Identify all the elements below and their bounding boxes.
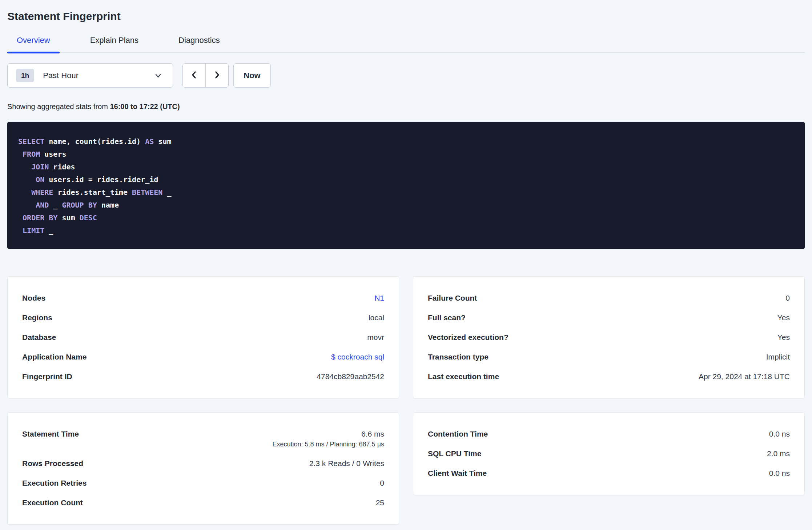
attributes-row-failure-count: Failure Count 0 (428, 294, 790, 302)
stats-cards-grid: Nodes N1 Regions local Database movr App… (7, 276, 805, 525)
fingerprint-id-label: Fingerprint ID (22, 373, 72, 381)
tab-diagnostics-label: Diagnostics (178, 36, 220, 45)
sql-statement: SELECT name, count(rides.id) AS sum FROM… (7, 122, 805, 249)
timing-row-client-wait: Client Wait Time 0.0 ns (428, 469, 790, 477)
timing-row-sql-cpu: SQL CPU Time 2.0 ms (428, 450, 790, 458)
execution-attributes-card: Failure Count 0 Full scan? Yes Vectorize… (413, 276, 805, 398)
database-label: Database (22, 333, 56, 341)
stats-row-statement-time: Statement Time 6.6 ms Execution: 5.8 ms … (22, 430, 384, 448)
time-range-badge: 1h (16, 69, 34, 82)
chevron-down-icon (154, 72, 162, 79)
full-scan-label: Full scan? (428, 314, 466, 322)
failure-count-label: Failure Count (428, 294, 477, 302)
statement-time-value: 6.6 ms (272, 430, 384, 438)
time-range-picker[interactable]: 1h Past Hour (7, 63, 173, 88)
fingerprint-id-value: 4784cb829aab2542 (317, 373, 384, 381)
regions-label: Regions (22, 314, 52, 322)
statement-time-breakdown: Execution: 5.8 ms / Planning: 687.5 µs (272, 441, 384, 448)
transaction-type-label: Transaction type (428, 353, 489, 361)
tab-explain-plans[interactable]: Explain Plans (81, 36, 148, 52)
sql-cpu-time-value: 2.0 ms (767, 450, 790, 458)
execution-retries-value: 0 (380, 479, 384, 487)
statement-fingerprint-page: Statement Fingerprint Overview Explain P… (0, 0, 812, 530)
last-execution-time-value: Apr 29, 2024 at 17:18 UTC (699, 373, 790, 381)
attributes-row-transaction-type: Transaction type Implicit (428, 353, 790, 361)
rows-processed-value: 2.3 k Reads / 0 Writes (309, 459, 384, 467)
attributes-row-last-execution: Last execution time Apr 29, 2024 at 17:1… (428, 373, 790, 381)
previous-time-button[interactable] (183, 64, 205, 87)
contention-time-value: 0.0 ns (769, 430, 790, 438)
transaction-type-value: Implicit (766, 353, 790, 361)
tab-diagnostics[interactable]: Diagnostics (169, 36, 229, 52)
execution-retries-label: Execution Retries (22, 479, 87, 487)
attributes-row-vectorized: Vectorized execution? Yes (428, 333, 790, 341)
details-row-nodes: Nodes N1 (22, 294, 384, 302)
time-controls: 1h Past Hour (7, 63, 805, 88)
details-row-application-name: Application Name $ cockroach sql (22, 353, 384, 361)
database-value: movr (367, 333, 384, 341)
client-wait-time-label: Client Wait Time (428, 469, 487, 477)
tab-overview[interactable]: Overview (7, 36, 60, 52)
aggregated-stats-prefix: Showing aggregated stats from (7, 103, 110, 111)
timing-row-contention: Contention Time 0.0 ns (428, 430, 790, 438)
vectorized-execution-label: Vectorized execution? (428, 333, 508, 341)
statement-details-card: Nodes N1 Regions local Database movr App… (7, 276, 399, 398)
tab-explain-plans-label: Explain Plans (90, 36, 138, 45)
vectorized-execution-value: Yes (777, 333, 790, 341)
statement-stats-card: Statement Time 6.6 ms Execution: 5.8 ms … (7, 412, 399, 525)
application-name-value-link[interactable]: $ cockroach sql (331, 353, 384, 361)
nodes-value-link[interactable]: N1 (374, 294, 384, 302)
sql-cpu-time-label: SQL CPU Time (428, 450, 481, 458)
details-row-fingerprint-id: Fingerprint ID 4784cb829aab2542 (22, 373, 384, 381)
last-execution-time-label: Last execution time (428, 373, 499, 381)
time-range-label: Past Hour (43, 71, 79, 80)
stats-row-execution-retries: Execution Retries 0 (22, 479, 384, 487)
details-row-database: Database movr (22, 333, 384, 341)
time-step-control (182, 63, 229, 88)
nodes-label: Nodes (22, 294, 45, 302)
application-name-label: Application Name (22, 353, 87, 361)
now-button[interactable]: Now (233, 63, 271, 88)
timing-card: Contention Time 0.0 ns SQL CPU Time 2.0 … (413, 412, 805, 495)
chevron-right-icon (213, 71, 221, 80)
page-title: Statement Fingerprint (7, 9, 805, 23)
failure-count-value: 0 (785, 294, 790, 302)
stats-row-rows-processed: Rows Processed 2.3 k Reads / 0 Writes (22, 459, 384, 467)
full-scan-value: Yes (777, 314, 790, 322)
attributes-row-full-scan: Full scan? Yes (428, 314, 790, 322)
statement-time-label: Statement Time (22, 430, 79, 438)
stats-row-execution-count: Execution Count 25 (22, 499, 384, 507)
client-wait-time-value: 0.0 ns (769, 469, 790, 477)
execution-count-label: Execution Count (22, 499, 83, 507)
tab-overview-label: Overview (17, 36, 50, 45)
tab-bar: Overview Explain Plans Diagnostics (7, 36, 805, 53)
aggregated-stats-range: 16:00 to 17:22 (UTC) (110, 103, 180, 111)
aggregated-stats-caption: Showing aggregated stats from 16:00 to 1… (7, 102, 805, 111)
rows-processed-label: Rows Processed (22, 459, 83, 467)
next-time-button[interactable] (205, 64, 228, 87)
contention-time-label: Contention Time (428, 430, 488, 438)
chevron-left-icon (190, 71, 198, 80)
execution-count-value: 25 (376, 499, 384, 507)
regions-value: local (369, 314, 384, 322)
details-row-regions: Regions local (22, 314, 384, 322)
